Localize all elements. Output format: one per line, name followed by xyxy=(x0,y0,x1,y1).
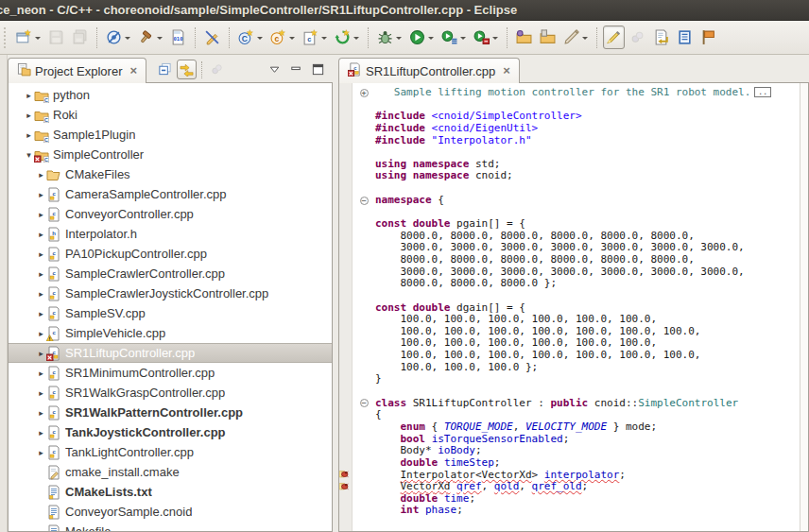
tree-item-simplevehicle-cpp[interactable]: ▸cSimpleVehicle.cpp xyxy=(9,323,332,343)
expander-collapsed-icon[interactable]: ▸ xyxy=(36,269,46,279)
expander-collapsed-icon[interactable]: ▸ xyxy=(36,249,46,259)
toolbar-button-new-header-icon[interactable]: c xyxy=(267,26,298,49)
view-button-view-menu-icon[interactable] xyxy=(265,60,284,79)
tree-item-tanklightcontroller-cpp[interactable]: ▸cTankLightController.cpp xyxy=(9,442,332,462)
expander-collapsed-icon[interactable]: ▸ xyxy=(36,369,46,378)
dropdown-arrow-icon[interactable] xyxy=(460,37,466,43)
tree-item-makefile[interactable]: Makefile xyxy=(9,522,332,532)
tree-item-label: SR1WalkGraspController.cpp xyxy=(65,386,225,400)
dropdown-arrow-icon[interactable] xyxy=(157,37,163,43)
toolbar-button-new-project-icon[interactable] xyxy=(332,26,362,49)
tree-item-sr1walkgraspcontroller-cpp[interactable]: ▸cSR1WalkGraspController.cpp xyxy=(9,383,332,403)
tree-item-samplecrawlerjoystickcontroller-cpp[interactable]: ▸cSampleCrawlerJoystickController.cpp xyxy=(9,283,332,303)
tree-item-tankjoystickcontroller-cpp[interactable]: ▸cTankJoystickController.cpp xyxy=(9,422,332,442)
dropdown-arrow-icon[interactable] xyxy=(321,37,327,43)
tree-item-sr1liftupcontroller-cpp[interactable]: ▸cSR1LiftupController.cpp xyxy=(9,343,332,363)
toolbar-button-build-binary-icon[interactable]: 010 xyxy=(167,26,189,49)
collapse-all-icon xyxy=(158,62,172,77)
dropdown-arrow-icon[interactable] xyxy=(289,37,295,43)
expander-expanded-icon[interactable]: ▾ xyxy=(24,150,34,160)
overview-ruler[interactable] xyxy=(800,83,808,531)
dropdown-arrow-icon[interactable] xyxy=(35,37,41,43)
folded-region-box[interactable]: .. xyxy=(754,87,771,97)
expander-collapsed-icon[interactable]: ▸ xyxy=(36,289,46,299)
toolbar-drag-handle[interactable] xyxy=(4,27,9,48)
view-button-collapse-all-icon[interactable] xyxy=(155,60,175,79)
tab-project-explorer[interactable]: Project Explorer × xyxy=(8,58,146,83)
dropdown-arrow-icon[interactable] xyxy=(492,37,498,43)
editor-tab-close-icon[interactable]: × xyxy=(503,66,510,76)
tree-item-camerasamplecontroller-cpp[interactable]: ▸cCameraSampleController.cpp xyxy=(9,184,332,204)
tree-item-sample1plugin[interactable]: ▸CSample1Plugin xyxy=(9,125,332,145)
dropdown-arrow-icon[interactable] xyxy=(353,37,359,43)
tree-item-sr1minimumcontroller-cpp[interactable]: ▸cSR1MinimumController.cpp xyxy=(9,363,332,383)
tree-item-sr1walkpatterncontroller-cpp[interactable]: ▸cSR1WalkPatternController.cpp xyxy=(9,403,332,422)
toolbar-button-save-all-icon[interactable] xyxy=(69,26,91,49)
view-button-focus-icon[interactable] xyxy=(207,60,227,79)
toolbar-button-slashed-pencil-icon[interactable] xyxy=(201,26,223,49)
expander-collapsed-icon[interactable]: ▸ xyxy=(36,170,46,180)
expander-collapsed-icon[interactable]: ▸ xyxy=(24,130,34,140)
fold-collapse-icon[interactable]: − xyxy=(360,197,369,205)
expander-collapsed-icon[interactable]: ▸ xyxy=(24,111,34,120)
toolbar-button-new-class-icon[interactable]: C xyxy=(235,26,266,49)
toolbar-button-external-tools-icon[interactable] xyxy=(560,26,591,49)
annotation-ruler[interactable] xyxy=(339,83,353,531)
toolbar-button-coverage-icon[interactable] xyxy=(439,26,469,49)
expander-collapsed-icon[interactable]: ▸ xyxy=(36,230,46,239)
expander-collapsed-icon[interactable]: ▸ xyxy=(36,329,46,338)
window-titlebar[interactable]: ce_neon - C/C++ - choreonoid/sample/Simp… xyxy=(0,0,809,21)
toolbar-button-annotations-icon[interactable] xyxy=(627,26,648,49)
tree-item-conveyorcontroller-cpp[interactable]: ▸cConveyorController.cpp xyxy=(9,204,332,224)
toolbar-button-new-source-file-icon[interactable]: c xyxy=(300,26,330,49)
dropdown-arrow-icon[interactable] xyxy=(257,37,263,43)
toolbar-button-new-wizard-icon[interactable] xyxy=(13,26,43,49)
toolbar-button-save-icon[interactable] xyxy=(45,26,67,49)
expander-collapsed-icon[interactable]: ▸ xyxy=(36,349,46,358)
toolbar-button-flag-icon[interactable] xyxy=(697,26,719,49)
view-button-maximize-icon[interactable] xyxy=(308,60,328,79)
tree-item-roki[interactable]: ▸CRoki xyxy=(9,105,332,125)
tree-item-python[interactable]: ▸Cpython xyxy=(9,85,332,105)
expander-collapsed-icon[interactable]: ▸ xyxy=(36,210,46,219)
view-button-link-with-editor-icon[interactable] xyxy=(177,60,197,79)
expander-collapsed-icon[interactable]: ▸ xyxy=(36,309,46,318)
tab-editor-sr1liftupcontroller[interactable]: c SR1LiftupController.cpp × xyxy=(338,58,520,83)
fold-expand-icon[interactable]: + xyxy=(360,89,369,97)
error-marker-icon[interactable] xyxy=(339,481,352,493)
tree-item-samplesv-cpp[interactable]: ▸cSampleSV.cpp xyxy=(9,303,332,323)
toolbar-button-last-edit-location-icon[interactable] xyxy=(650,26,672,49)
toolbar-button-open-element-icon[interactable] xyxy=(674,26,696,49)
toolbar-button-build-hammer-icon[interactable] xyxy=(135,26,165,49)
fold-collapse-icon[interactable]: − xyxy=(360,399,369,407)
toolbar-button-debug-icon[interactable] xyxy=(374,26,404,49)
dropdown-arrow-icon[interactable] xyxy=(396,37,402,43)
toolbar-button-skip-breakpoints-icon[interactable] xyxy=(103,26,133,49)
tree-item-pa10pickupcontroller-cpp[interactable]: ▸cPA10PickupController.cpp xyxy=(9,244,332,264)
expander-collapsed-icon[interactable]: ▸ xyxy=(36,388,46,398)
dropdown-arrow-icon[interactable] xyxy=(582,37,588,43)
tree-item-cmake-install-cmake[interactable]: cmake_install.cmake xyxy=(9,462,332,482)
expander-collapsed-icon[interactable]: ▸ xyxy=(36,428,46,438)
view-button-minimize-icon[interactable] xyxy=(286,60,306,79)
tree-item-cmakefiles[interactable]: ▸CMakeFiles xyxy=(9,164,332,184)
code-editor[interactable]: + Sample lifting motion controller for t… xyxy=(353,83,800,531)
toolbar-button-profile-icon[interactable] xyxy=(471,26,501,49)
error-marker-icon[interactable] xyxy=(339,469,352,481)
toolbar-button-run-icon[interactable] xyxy=(406,26,437,49)
expander-collapsed-icon[interactable]: ▸ xyxy=(36,408,46,418)
explorer-tab-close-icon[interactable]: × xyxy=(129,66,137,76)
toolbar-button-mark-occurrences-icon[interactable] xyxy=(603,26,625,49)
expander-collapsed-icon[interactable]: ▸ xyxy=(36,190,46,199)
tree-item-interpolator-h[interactable]: ▸hInterpolator.h xyxy=(9,224,332,244)
tree-item-conveyorsample-cnoid[interactable]: ConveyorSample.cnoid xyxy=(9,502,332,522)
toolbar-button-export-folder-icon[interactable] xyxy=(537,26,559,49)
dropdown-arrow-icon[interactable] xyxy=(125,37,130,43)
tree-item-samplecrawlercontroller-cpp[interactable]: ▸cSampleCrawlerController.cpp xyxy=(9,264,332,283)
dropdown-arrow-icon[interactable] xyxy=(428,37,434,43)
tree-item-cmakelists-txt[interactable]: CMakeLists.txt xyxy=(9,482,332,502)
expander-collapsed-icon[interactable]: ▸ xyxy=(36,448,46,457)
tree-item-simplecontroller[interactable]: ▾CSimpleController xyxy=(9,145,332,164)
toolbar-button-import-folder-icon[interactable] xyxy=(513,26,535,49)
expander-collapsed-icon[interactable]: ▸ xyxy=(24,91,34,100)
